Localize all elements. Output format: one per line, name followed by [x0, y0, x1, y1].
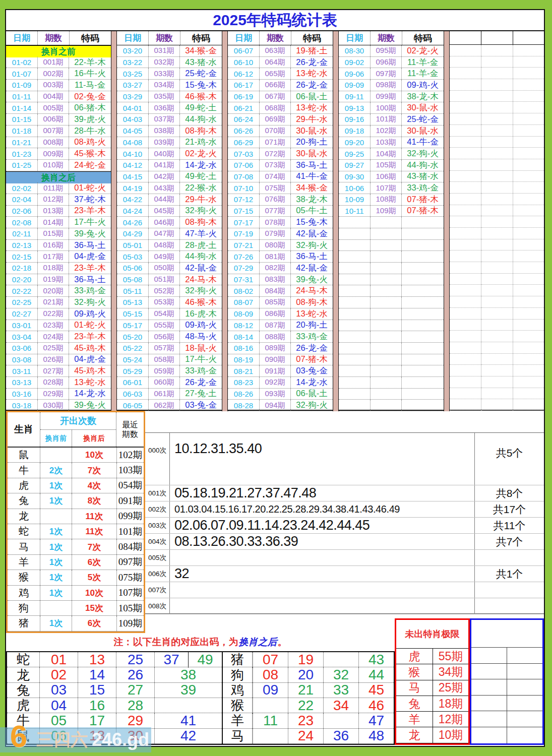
draw-row: 04-05 038期 08-狗-木: [117, 125, 222, 137]
draw-period: [370, 274, 401, 285]
draw-period: 041期: [148, 160, 179, 171]
empty-cell: [481, 91, 512, 102]
count-after: 11次: [72, 509, 117, 524]
empty-cell: [481, 262, 512, 274]
zodiac-name: 猴: [396, 664, 433, 679]
draw-code: 47-羊-火: [179, 228, 222, 239]
draw-code: 24-马-木: [290, 285, 333, 296]
special-code-table: 2025年特码统计表 日期 期数 特码 换肖之前: [6, 10, 544, 411]
draw-code: 07-猪-木: [401, 206, 444, 217]
frequency-count: [474, 598, 544, 614]
draw-date: 04-29: [117, 228, 148, 239]
draw-period: 013期: [37, 206, 69, 217]
draw-code: 26-龙-金: [179, 377, 222, 388]
draw-code: 06-猪-木: [69, 102, 111, 113]
draw-period: 047期: [148, 228, 179, 239]
draw-period: 031期: [148, 45, 179, 56]
draw-code: 24-马-木: [179, 274, 222, 285]
empty-cell: [450, 262, 481, 274]
draw-code: 48-马-火: [179, 331, 222, 342]
zodiac-map-row: 猪 07 19 43: [223, 652, 394, 667]
draw-date: 06-05: [117, 400, 148, 411]
empty-cell: [481, 354, 512, 365]
draw-row: [339, 354, 444, 366]
draw-row: 07-31 083期 39-兔-火: [228, 274, 333, 286]
empty-cell: [450, 216, 481, 228]
empty-cell: [513, 250, 544, 262]
draw-period: 071期: [259, 137, 290, 148]
zodiac-name: 牛: [8, 463, 40, 477]
count-after: 8次: [72, 493, 117, 508]
draw-date: 07-26: [228, 251, 259, 262]
draw-row: 01-15 006期 39-虎-火: [6, 114, 111, 125]
draw-code: 39-兔-火: [290, 274, 333, 285]
draw-code: 44-狗-水: [179, 251, 222, 262]
draw-date: 03-11: [6, 365, 37, 376]
draw-date: [339, 331, 370, 342]
frequency-row: 002次 01.03.04.15.16.17.20.22.25.28.29.34…: [145, 501, 544, 518]
draw-period: 093期: [259, 389, 290, 400]
zodiac-count-row: 马 1次 7次 084期: [8, 539, 144, 554]
recent-period: 091期: [117, 493, 144, 508]
frequency-count: [474, 550, 544, 565]
zodiac-number: 43: [358, 652, 394, 667]
limit-row: 兔 18期: [396, 696, 468, 712]
draw-period: 081期: [259, 251, 290, 262]
draw-row: 08-12 087期 20-狗-土: [228, 320, 333, 332]
draw-period: 096期: [370, 57, 401, 68]
draw-period: 085期: [259, 297, 290, 308]
zodiac-number: [253, 698, 288, 713]
frequency-label: 007次: [145, 582, 170, 598]
draw-code: 30-鼠-水: [290, 148, 333, 159]
draw-code: 29-牛-水: [290, 114, 333, 125]
empty-cell: [507, 648, 542, 663]
draw-period: 074期: [259, 171, 290, 182]
draw-date: 05-06: [117, 263, 148, 274]
draw-row: [339, 251, 444, 263]
draw-row: [339, 320, 444, 332]
draw-date: 02-27: [6, 308, 37, 320]
draw-row: [339, 389, 444, 400]
draw-period: 026期: [37, 354, 69, 365]
draw-row: [339, 263, 444, 274]
zodiac-name: 虎: [8, 478, 40, 493]
zodiac-number: 25: [116, 652, 155, 667]
draw-period: 048期: [148, 240, 179, 251]
empty-cell: [513, 342, 544, 354]
draw-row: 02-15 017期 04-虎-金: [6, 251, 111, 263]
draw-code: 42-鼠-金: [290, 228, 333, 239]
empty-cell: [481, 159, 512, 171]
draw-period: 083期: [259, 274, 290, 285]
zodiac-number: 37: [155, 652, 188, 668]
draw-code: 41-牛-金: [401, 137, 444, 148]
empty-cell: [471, 711, 507, 727]
zodiac-number: 28: [116, 698, 155, 713]
zodiac-number: 14: [78, 667, 116, 682]
draw-row: 06-03 061期 27-兔-土: [117, 389, 222, 400]
group-header: 日期 期数 特码: [117, 31, 222, 45]
draw-period: 010期: [37, 160, 69, 171]
draw-code: [401, 320, 444, 331]
empty-cell: [471, 727, 507, 743]
draw-date: 02-13: [6, 240, 37, 251]
frequency-numbers: 05.18.19.21.27.37.47.48: [170, 485, 474, 501]
zodiac-change-banner: 换肖之前: [6, 46, 111, 57]
empty-cell: [513, 320, 544, 331]
zodiac-count-row: 鸡 1次 10次 107期: [8, 586, 144, 601]
empty-cell: [481, 228, 512, 239]
period-header: 期数: [148, 31, 180, 45]
draw-period: 070期: [259, 125, 290, 137]
limit-periods: 34期: [433, 664, 468, 679]
frequency-numbers: 01.03.04.15.16.17.20.22.25.28.29.34.38.4…: [170, 501, 474, 517]
draw-date: 08-21: [228, 365, 259, 376]
draw-date: 04-03: [117, 114, 148, 125]
zodiac-count-row: 猴 1次 5次 075期: [8, 570, 144, 585]
draw-row: 08-02 084期 24-马-木: [228, 285, 333, 297]
draw-date: 04-26: [117, 217, 148, 228]
limit-periods: 18期: [433, 696, 468, 711]
zodiac-number: 36: [323, 729, 358, 743]
draw-date: 04-12: [117, 160, 148, 171]
empty-cell: [513, 56, 544, 68]
frequency-count: 共11个: [474, 518, 544, 533]
draw-period: 078期: [259, 217, 290, 228]
